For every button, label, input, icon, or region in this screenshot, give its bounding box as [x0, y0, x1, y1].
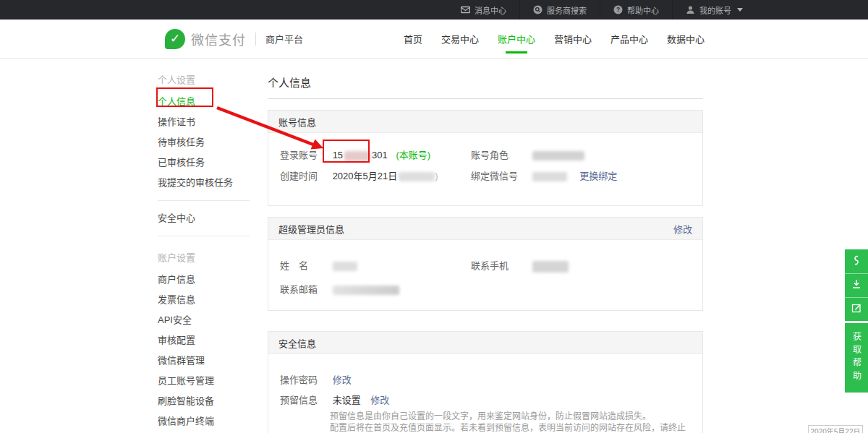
- service-provider-search-link[interactable]: 服务商搜索: [519, 0, 600, 20]
- download-button[interactable]: [845, 273, 868, 297]
- sidebar-item-wechat-group-mgmt[interactable]: 微信群管理: [158, 356, 250, 365]
- sidebar-item-merchant-info[interactable]: 商户信息: [158, 275, 250, 284]
- brand-area[interactable]: ✓ 微信支付 商户平台: [165, 29, 303, 49]
- service-provider-search-label: 服务商搜索: [547, 4, 587, 16]
- admin-email-row: 联系邮箱: [280, 285, 691, 294]
- help-center-link[interactable]: ? 帮助中心: [600, 0, 672, 20]
- merchant-platform-label: 商户平台: [265, 32, 303, 46]
- redacted-account-digits: [344, 151, 370, 161]
- account-role-field: 账号角色: [471, 150, 584, 160]
- sidebar-item-face-smart-device[interactable]: 刷脸智能设备: [158, 396, 250, 406]
- wechat-pay-logo-icon: ✓: [165, 29, 185, 49]
- reserve-info-edit-link[interactable]: 修改: [370, 395, 389, 406]
- nav-transaction-center[interactable]: 交易中心: [439, 20, 481, 59]
- account-info-header: 账号信息: [268, 111, 702, 133]
- admin-name-row: 姓 名 联系手机: [280, 261, 691, 270]
- download-icon: [851, 278, 862, 293]
- logo-divider: [255, 33, 256, 46]
- sidebar-item-reviewed-tasks[interactable]: 已审核任务: [158, 158, 250, 167]
- message-center-label: 消息中心: [475, 4, 506, 16]
- created-time-value: 2020年5月21日): [333, 171, 438, 181]
- my-account-menu[interactable]: 我的账号: [672, 0, 756, 20]
- admin-phone-label: 联系手机: [471, 261, 529, 270]
- redacted-wechat-id: [532, 172, 567, 181]
- account-info-body: 登录账号 15301 (本账号) 账号角色 创建时间 2020年5月21日) 绑…: [268, 133, 702, 205]
- sidebar-item-staff-account-mgmt[interactable]: 员工账号管理: [158, 376, 250, 385]
- nav-marketing-center[interactable]: 营销中心: [552, 20, 594, 59]
- wechat-pay-logo-text: 微信支付: [191, 30, 246, 48]
- sidebar: 个人设置 个人信息 操作证书 待审核任务 已审核任务 我提交的审核任务 安全中心…: [158, 59, 250, 433]
- sidebar-item-invoice-info[interactable]: 发票信息: [158, 295, 250, 304]
- caret-down-icon: [737, 8, 743, 12]
- search-icon: [533, 5, 542, 14]
- admin-name-label: 姓 名: [280, 261, 330, 270]
- help-icon: ?: [613, 5, 623, 14]
- sidebar-divider: [158, 200, 250, 201]
- get-help-button[interactable]: 获取帮助: [845, 323, 868, 393]
- primary-nav: 首页 交易中心 账户中心 营销中心 产品中心 数据中心: [401, 20, 707, 59]
- security-info-header: 安全信息: [268, 332, 702, 354]
- svg-text:?: ?: [616, 6, 620, 13]
- sidebar-item-pending-review-tasks[interactable]: 待审核任务: [158, 137, 250, 147]
- top-utility-bar: 消息中心 服务商搜索 ? 帮助中心 我的账号: [0, 0, 868, 20]
- sidebar-group-account-settings: 账户设置: [158, 250, 250, 264]
- reserve-info-tips: 预留信息是由你自己设置的一段文字，用来鉴定网站身份，防止假冒网站造成损失。 配置…: [330, 411, 691, 433]
- super-admin-body: 姓 名 联系手机 联系邮箱: [268, 240, 702, 310]
- redacted-admin-phone: [532, 261, 569, 273]
- redacted-account-role: [532, 151, 584, 160]
- feedback-button[interactable]: [845, 297, 868, 321]
- redacted-created-time: [399, 172, 435, 181]
- operation-password-row: 操作密码 修改: [280, 375, 691, 385]
- nav-product-center[interactable]: 产品中心: [608, 20, 650, 59]
- my-account-label: 我的账号: [699, 4, 731, 16]
- help-center-label: 帮助中心: [627, 4, 659, 16]
- sidebar-item-operation-certificate[interactable]: 操作证书: [158, 117, 250, 127]
- edit-icon: [851, 302, 862, 317]
- reserve-info-label: 预留信息: [280, 395, 330, 405]
- sidebar-item-security-center[interactable]: 安全中心: [158, 213, 250, 223]
- super-admin-header: 超级管理员信息 修改: [268, 218, 702, 240]
- sidebar-item-my-submitted-tasks[interactable]: 我提交的审核任务: [158, 178, 250, 187]
- link-icon: [851, 254, 862, 269]
- bound-wechat-label: 绑定微信号: [471, 171, 529, 181]
- super-admin-edit-link[interactable]: 修改: [673, 222, 692, 236]
- user-icon: [686, 5, 695, 14]
- corner-date-note: 2020年5月22日: [808, 425, 863, 433]
- sidebar-group-personal-settings: 个人设置: [158, 72, 250, 86]
- mail-icon: [461, 5, 470, 14]
- created-time-row: 创建时间 2020年5月21日) 绑定微信号 更换绑定: [280, 171, 691, 181]
- reserve-tip-line2: 配置后将在首页及充值页面显示。若未看到预留信息，表明当前访问的网站存在风险，请终…: [330, 422, 691, 433]
- redacted-admin-email: [333, 286, 399, 295]
- nav-data-center[interactable]: 数据中心: [665, 20, 707, 59]
- account-info-title: 账号信息: [278, 115, 316, 129]
- account-info-section: 账号信息 登录账号 15301 (本账号) 账号角色 创建时间 2020年5月2…: [268, 110, 703, 206]
- main-content: 个人信息 账号信息 登录账号 15301 (本账号) 账号角色 创建时间 202…: [268, 59, 703, 433]
- operation-password-edit-link[interactable]: 修改: [333, 374, 352, 385]
- title-divider: [268, 98, 703, 99]
- admin-phone-field: 联系手机: [471, 261, 569, 273]
- nav-home[interactable]: 首页: [401, 20, 425, 59]
- created-time-label: 创建时间: [280, 171, 330, 181]
- security-info-body: 操作密码 修改 预留信息 未设置 修改 预留信息是由你自己设置的一段文字，用来鉴…: [268, 354, 702, 433]
- page-title: 个人信息: [268, 74, 703, 90]
- reserve-info-status: 未设置: [333, 395, 361, 406]
- sidebar-item-personal-info[interactable]: 个人信息: [158, 97, 250, 106]
- reserve-info-row: 预留信息 未设置 修改: [280, 395, 691, 405]
- login-account-row: 登录账号 15301 (本账号) 账号角色: [280, 150, 691, 160]
- rebind-wechat-link[interactable]: 更换绑定: [579, 171, 617, 181]
- floating-toolbar: 获取帮助: [845, 249, 868, 393]
- main-header: ✓ 微信支付 商户平台 首页 交易中心 账户中心 营销中心 产品中心 数据中心: [0, 20, 868, 59]
- nav-account-center[interactable]: 账户中心: [495, 20, 537, 59]
- security-info-title: 安全信息: [278, 336, 316, 350]
- operation-password-label: 操作密码: [280, 375, 330, 385]
- sidebar-item-review-config[interactable]: 审核配置: [158, 335, 250, 345]
- reserve-tip-line1: 预留信息是由你自己设置的一段文字，用来鉴定网站身份，防止假冒网站造成损失。: [330, 411, 691, 422]
- message-center-link[interactable]: 消息中心: [448, 0, 519, 20]
- super-admin-section: 超级管理员信息 修改 姓 名 联系手机 联系邮箱: [268, 217, 703, 311]
- sidebar-divider: [158, 236, 250, 236]
- sidebar-item-wechat-merchant-terminal[interactable]: 微信商户终端: [158, 416, 250, 426]
- redacted-admin-name: [333, 262, 357, 271]
- sidebar-item-api-security[interactable]: API安全: [158, 315, 250, 325]
- quick-link-button[interactable]: [845, 249, 868, 273]
- super-admin-title: 超级管理员信息: [278, 222, 344, 236]
